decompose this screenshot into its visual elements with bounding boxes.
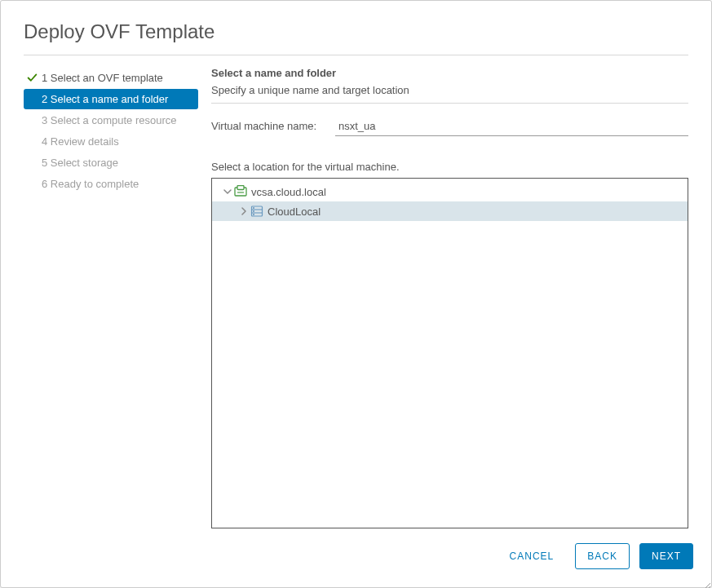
next-button[interactable]: NEXT bbox=[639, 543, 693, 569]
section-separator bbox=[211, 103, 688, 104]
back-button[interactable]: BACK bbox=[575, 543, 630, 569]
chevron-right-icon[interactable] bbox=[238, 207, 250, 215]
svg-rect-1 bbox=[237, 186, 244, 190]
vm-name-row: Virtual machine name: bbox=[211, 118, 688, 136]
step-label: 1 Select an OVF template bbox=[40, 72, 163, 84]
wizard-content: Select a name and folder Specify a uniqu… bbox=[211, 67, 688, 528]
location-label: Select a location for the virtual machin… bbox=[211, 161, 688, 173]
step-label: 6 Ready to complete bbox=[40, 178, 139, 190]
datacenter-icon bbox=[250, 205, 264, 218]
step-2-select-name-folder[interactable]: 2 Select a name and folder bbox=[24, 89, 198, 109]
checkmark-icon bbox=[24, 73, 40, 83]
step-label: 5 Select storage bbox=[40, 157, 118, 169]
tree-node-datacenter[interactable]: CloudLocal bbox=[212, 201, 688, 221]
svg-rect-6 bbox=[253, 207, 254, 209]
step-label: 2 Select a name and folder bbox=[40, 93, 168, 105]
svg-rect-7 bbox=[253, 210, 254, 212]
step-3-compute-resource: 3 Select a compute resource bbox=[24, 110, 198, 130]
vm-name-label: Virtual machine name: bbox=[211, 120, 335, 132]
svg-rect-8 bbox=[253, 214, 254, 215]
resize-handle-icon[interactable] bbox=[702, 578, 710, 586]
tree-node-label: CloudLocal bbox=[268, 206, 321, 218]
content-heading: Select a name and folder bbox=[211, 67, 688, 79]
location-tree[interactable]: vcsa.cloud.local bbox=[211, 178, 688, 528]
vcenter-icon bbox=[233, 185, 248, 198]
vm-name-input[interactable] bbox=[335, 118, 688, 136]
cancel-button[interactable]: CANCEL bbox=[498, 544, 566, 568]
step-6-ready-complete: 6 Ready to complete bbox=[24, 174, 198, 194]
step-label: 4 Review details bbox=[40, 135, 119, 148]
deploy-ovf-dialog: Deploy OVF Template 1 Select an OVF temp… bbox=[0, 0, 712, 588]
dialog-body: 1 Select an OVF template 2 Select a name… bbox=[1, 55, 711, 528]
tree-node-vcenter[interactable]: vcsa.cloud.local bbox=[212, 182, 688, 201]
dialog-footer: CANCEL BACK NEXT bbox=[1, 528, 711, 587]
chevron-down-icon[interactable] bbox=[222, 188, 233, 196]
tree-node-label: vcsa.cloud.local bbox=[251, 186, 326, 198]
dialog-title: Deploy OVF Template bbox=[1, 1, 711, 55]
step-4-review-details: 4 Review details bbox=[24, 131, 198, 152]
step-1-select-ovf[interactable]: 1 Select an OVF template bbox=[24, 68, 198, 88]
content-subheading: Specify a unique name and target locatio… bbox=[211, 84, 688, 96]
step-5-select-storage: 5 Select storage bbox=[24, 153, 198, 173]
step-label: 3 Select a compute resource bbox=[40, 114, 176, 126]
wizard-steps: 1 Select an OVF template 2 Select a name… bbox=[24, 67, 198, 528]
